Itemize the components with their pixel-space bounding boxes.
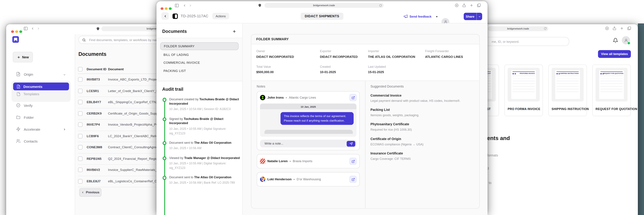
row-checkbox[interactable] [78,77,82,82]
row-checkbox[interactable] [78,122,82,127]
tab-overview-icon[interactable] [627,26,631,30]
add-document-icon[interactable] [232,29,237,34]
audit-event: Document created by Tochukwu Braide @ Di… [169,97,237,112]
row-checkbox[interactable] [78,156,82,161]
forward-icon[interactable] [36,27,40,30]
panel-toggle-icon[interactable] [172,14,178,19]
forward-icon[interactable] [188,4,192,7]
suggested-item[interactable]: Insurance CertificateCargo Coverage: CIF… [370,152,474,161]
sidebar-item-documents[interactable]: Documents [13,82,69,90]
new-button[interactable]: New [13,52,33,62]
chat-scroll-area[interactable]: This invoice reflects the terms of our a… [260,109,356,137]
search-input[interactable] [491,39,566,44]
template-label: REQUEST FOR QUOTATION [596,107,628,111]
sidebar-toggle-icon[interactable] [174,3,179,8]
megaphone-icon[interactable] [403,14,408,18]
doc-item-folder-summary[interactable]: FOLDER SUMMARY [160,42,239,50]
row-checkbox[interactable] [78,134,82,138]
url-bar[interactable]: bridgenetwork.trade [488,26,548,31]
template-card-shipping-instruction[interactable]: SHIPPING INSTRUCTIONS SHIPPING INSTRUCTI… [548,64,587,116]
row-checkbox[interactable] [78,179,82,184]
downloads-icon[interactable] [455,3,459,7]
row-checkbox[interactable] [78,168,82,172]
share-icon[interactable] [612,26,616,30]
sidebar-item-label: Folder [24,115,34,119]
doc-item-commercial-invoice[interactable]: COMMERCIAL INVOICE [160,59,239,66]
row-checkbox[interactable] [78,145,82,150]
new-tab-icon[interactable] [620,26,624,30]
new-tab-icon[interactable] [470,3,474,7]
search-icon [82,38,86,42]
suggested-item[interactable]: Packing ListItemizes goods, weights, pac… [370,108,474,118]
browser-toolbar-icons[interactable] [455,3,481,7]
tab-overview-icon[interactable] [477,3,481,7]
sidebar-item-templates[interactable]: Templates [13,90,69,98]
send-note-icon[interactable] [347,141,355,146]
separator-dot: • [286,96,287,99]
sidebar-toggle-icon[interactable] [24,26,28,31]
menu-dot[interactable] [436,16,437,17]
suggested-item[interactable]: Commercial InvoiceLegal payment demand w… [370,94,474,103]
suggested-item[interactable]: Phytosanitary CertificateRequired for ri… [370,122,474,132]
sidebar-item-accelerate[interactable]: Accelerate [16,127,40,132]
privacy-shield-icon[interactable] [96,26,100,30]
actions-button[interactable]: Actions [212,13,229,19]
share-label: Share [466,14,474,18]
field-last-updated: Last Updated15-01-2025 [368,65,425,74]
share-split-button[interactable]: Share [464,13,482,20]
share-button[interactable]: Share [464,13,476,20]
external-link-icon[interactable] [350,176,356,183]
row-checkbox[interactable] [78,100,82,104]
downloads-icon[interactable] [605,26,609,30]
notes-section: Notes John Irons • Atlantic Cargo Lines [252,81,366,208]
browser-toolbar-icons[interactable] [605,26,631,30]
back-icon[interactable] [183,4,186,7]
reload-icon[interactable] [379,4,382,7]
chevron-down-icon [478,15,481,18]
template-card-proforma-invoice[interactable]: PROFORMA INVOICE PRO FORMA INVOICE [504,64,543,116]
chevron-down-icon[interactable] [63,73,66,76]
contact-name: Natalie Loren [267,159,288,163]
share-menu-button[interactable] [476,13,482,20]
external-link-icon[interactable] [350,158,356,165]
window-controls[interactable] [11,27,23,34]
url-bar[interactable]: bridgenetwork.trade [264,3,384,8]
avatar [260,176,265,182]
page-title: Documents [78,51,106,57]
note-input[interactable] [264,141,347,146]
template-preview-title: SHIPPING INSTRUCTIONS [560,73,579,74]
sidebar-divider [75,34,75,215]
note-input-row [260,140,356,148]
row-checkbox[interactable] [78,88,82,93]
note-thread-loki-henderson[interactable]: Loki Henderson • D’or Warehousing [257,172,360,186]
share-icon[interactable] [462,3,466,7]
app-logo [12,36,19,43]
select-all-checkbox[interactable] [78,67,82,71]
back-icon[interactable] [31,27,34,30]
send-feedback-link[interactable]: Send feedback [410,14,432,18]
suggested-item[interactable]: Certificate of OriginECOWAS compliance (… [370,137,474,146]
minimize-button[interactable] [15,30,18,33]
back-button[interactable] [161,12,169,20]
privacy-shield-icon[interactable] [258,3,262,8]
template-preview-title: REQUEST FOR QUOTATION - RFQ [604,73,624,74]
doc-item-packing-list[interactable]: PACKING LIST [160,67,239,74]
close-button[interactable] [11,30,14,33]
field-freight-forwarder: Freight ForwarderATLANTIC CARGO LINES [425,49,474,58]
zoom-button[interactable] [19,30,22,33]
sidebar-item-contacts[interactable]: Contacts [16,139,38,144]
reload-icon[interactable] [544,27,546,30]
view-all-templates-button[interactable]: View all templates [598,50,631,58]
avatar[interactable] [622,36,630,44]
sidebar-item-folder[interactable]: Folder [16,115,34,120]
row-checkbox[interactable] [78,111,82,116]
sidebar-item-origin[interactable]: Origin [16,72,33,76]
doc-item-bill-of-lading[interactable]: BILL OF LADING [160,51,239,58]
external-link-icon[interactable] [350,94,356,101]
template-card-request-for-quotation[interactable]: REQUEST FOR QUOTATION - RFQ REQUEST FOR … [592,64,631,116]
note-thread-natalie-loren[interactable]: Natalie Loren • Bravia Imports [257,154,360,168]
previous-page-button[interactable]: Previous [79,188,102,197]
chevron-right-icon[interactable] [63,128,66,131]
sidebar-item-verify[interactable]: Verify [16,103,33,108]
bell-icon[interactable] [613,38,618,43]
